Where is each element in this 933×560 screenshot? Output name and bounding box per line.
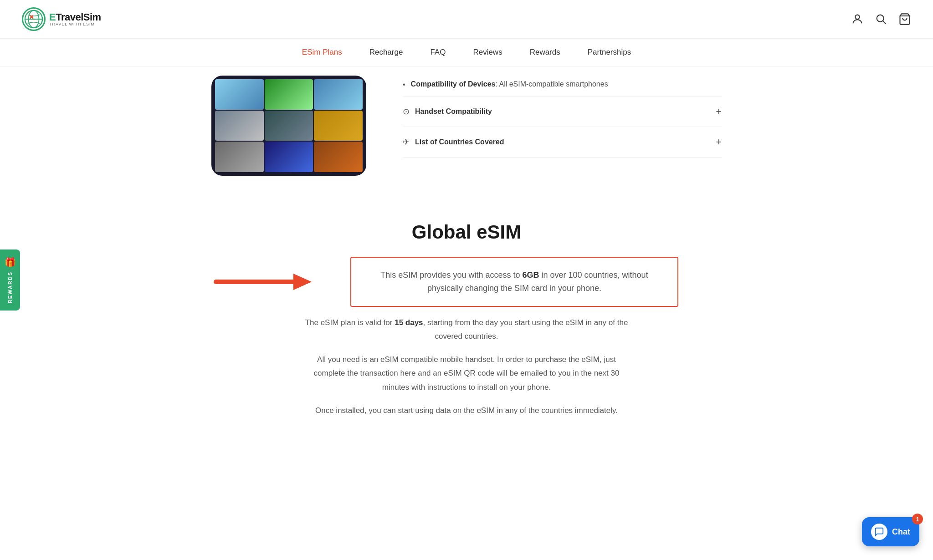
highlight-area: This eSIM provides you with access to 6G… bbox=[211, 257, 722, 307]
photo-8 bbox=[265, 142, 313, 172]
nav-esim-plans[interactable]: ESim Plans bbox=[302, 48, 342, 57]
product-image bbox=[211, 76, 366, 176]
compatibility-item: • Compatibility of Devices: All eSIM-com… bbox=[403, 80, 722, 97]
countries-accordion[interactable]: ✈ List of Countries Covered + bbox=[403, 127, 722, 158]
account-icon[interactable] bbox=[851, 13, 864, 25]
nav-reviews[interactable]: Reviews bbox=[473, 48, 502, 57]
countries-accordion-toggle[interactable]: ✈ List of Countries Covered + bbox=[403, 136, 722, 148]
nav-recharge[interactable]: Recharge bbox=[369, 48, 403, 57]
photo-3 bbox=[314, 79, 363, 110]
countries-left: ✈ List of Countries Covered bbox=[403, 137, 504, 147]
global-esim-section: Global eSIM This eSIM provides you with … bbox=[211, 194, 722, 445]
main-content: • Compatibility of Devices: All eSIM-com… bbox=[193, 66, 740, 445]
install-text: Once installed, you can start using data… bbox=[302, 404, 631, 418]
cart-icon[interactable] bbox=[898, 13, 911, 25]
main-nav: ESim Plans Recharge FAQ Reviews Rewards … bbox=[0, 39, 933, 66]
photo-5 bbox=[265, 111, 313, 141]
rewards-label: REWARDS bbox=[7, 271, 13, 303]
photo-9 bbox=[314, 142, 363, 172]
search-icon[interactable] bbox=[875, 13, 887, 25]
logo[interactable]: EETravelSimTravelSim TRAVEL WITH ESIM bbox=[22, 7, 101, 31]
handset-accordion-toggle[interactable]: ⊙ Handset Compatibility + bbox=[403, 106, 722, 117]
handset-label: Handset Compatibility bbox=[415, 107, 492, 116]
purchase-text: All you need is an eSIM compatible mobil… bbox=[302, 353, 631, 395]
validity-text: The eSIM plan is valid for 15 days, star… bbox=[302, 316, 631, 344]
photo-7 bbox=[215, 142, 264, 172]
photo-1 bbox=[215, 79, 264, 110]
logo-icon bbox=[22, 7, 46, 31]
check-circle-icon: ⊙ bbox=[403, 107, 410, 117]
logo-brand: EETravelSimTravelSim bbox=[49, 12, 101, 22]
logo-sub: TRAVEL WITH ESIM bbox=[49, 22, 101, 26]
svg-point-5 bbox=[855, 15, 859, 19]
highlight-text: This eSIM provides you with access to 6G… bbox=[369, 269, 659, 295]
svg-point-6 bbox=[877, 15, 884, 22]
red-arrow-icon bbox=[211, 268, 312, 295]
photo-6 bbox=[314, 111, 363, 141]
handset-accordion[interactable]: ⊙ Handset Compatibility + bbox=[403, 97, 722, 127]
photo-4 bbox=[215, 111, 264, 141]
specs-area: • Compatibility of Devices: All eSIM-com… bbox=[403, 76, 722, 158]
plus-icon: + bbox=[716, 106, 722, 117]
header: EETravelSimTravelSim TRAVEL WITH ESIM bbox=[0, 0, 933, 39]
highlight-box: This eSIM provides you with access to 6G… bbox=[350, 257, 678, 307]
rewards-sidebar[interactable]: 🎁 REWARDS bbox=[0, 249, 20, 311]
header-icons bbox=[851, 13, 911, 25]
airplane-icon: ✈ bbox=[403, 137, 410, 147]
nav-rewards[interactable]: Rewards bbox=[530, 48, 560, 57]
nav-faq[interactable]: FAQ bbox=[430, 48, 446, 57]
compatibility-text: Compatibility of Devices: All eSIM-compa… bbox=[411, 80, 722, 88]
svg-marker-10 bbox=[293, 274, 312, 290]
product-top-section: • Compatibility of Devices: All eSIM-com… bbox=[211, 66, 722, 194]
plus-icon-2: + bbox=[716, 136, 722, 148]
bullet-icon: • bbox=[403, 81, 405, 89]
nav-partnerships[interactable]: Partnerships bbox=[588, 48, 631, 57]
gift-icon: 🎁 bbox=[5, 257, 16, 268]
countries-label: List of Countries Covered bbox=[415, 138, 504, 146]
global-title: Global eSIM bbox=[211, 221, 722, 243]
svg-line-7 bbox=[883, 21, 886, 24]
photo-2 bbox=[265, 79, 313, 110]
logo-text: EETravelSimTravelSim TRAVEL WITH ESIM bbox=[49, 12, 101, 26]
handset-left: ⊙ Handset Compatibility bbox=[403, 107, 492, 117]
